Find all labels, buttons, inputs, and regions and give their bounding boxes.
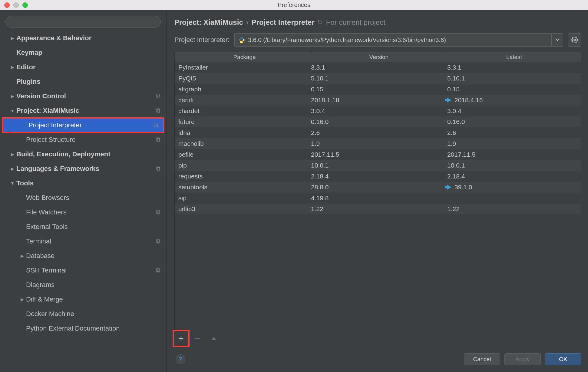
tree-arrow-icon: ▶ <box>8 36 16 41</box>
preferences-sidebar: ▶Appearance & BehaviorKeymap▶EditorPlugi… <box>0 10 167 372</box>
breadcrumb-separator: › <box>246 18 249 27</box>
package-latest: 0.16.0 <box>447 118 465 126</box>
sidebar-item-docker-machine[interactable]: Docker Machine <box>0 307 166 321</box>
sidebar-item-ssh-terminal[interactable]: SSH Terminal <box>0 263 166 278</box>
package-latest: 2.18.4 <box>447 173 465 180</box>
remove-package-button[interactable] <box>191 332 204 345</box>
svg-rect-6 <box>155 124 158 127</box>
sidebar-item-diff-merge[interactable]: ▶Diff & Merge <box>0 292 166 307</box>
sidebar-item-web-browsers[interactable]: Web Browsers <box>0 191 166 205</box>
package-name: urllib3 <box>175 204 311 214</box>
package-latest: 5.10.1 <box>447 75 465 82</box>
interpreter-combobox[interactable]: 3.6.0 (/Library/Frameworks/Python.framew… <box>234 33 563 47</box>
per-project-icon <box>155 238 162 245</box>
package-row[interactable]: setuptools28.8.039.1.0 <box>175 182 581 193</box>
package-latest: 3.0.4 <box>447 107 461 115</box>
packages-table-header: Package Version Latest <box>175 52 581 62</box>
package-row[interactable]: pip10.0.110.0.1 <box>175 160 581 171</box>
package-row[interactable]: chardet3.0.43.0.4 <box>175 106 581 116</box>
tree-arrow-icon: ▶ <box>8 166 16 171</box>
svg-rect-18 <box>319 21 322 24</box>
sidebar-item-label: Tools <box>16 179 162 187</box>
package-row[interactable]: requests2.18.42.18.4 <box>175 171 581 182</box>
sidebar-item-label: Project Interpreter <box>28 121 153 129</box>
package-latest: 0.15 <box>447 86 460 93</box>
sidebar-item-external-tools[interactable]: External Tools <box>0 220 166 234</box>
column-header-package[interactable]: Package <box>175 52 311 62</box>
column-header-latest[interactable]: Latest <box>447 52 581 62</box>
cancel-button[interactable]: Cancel <box>464 353 500 365</box>
sidebar-item-python-external-documentation[interactable]: Python External Documentation <box>0 321 166 336</box>
sidebar-item-label: Database <box>26 252 162 260</box>
sidebar-item-label: File Watchers <box>26 208 155 216</box>
ok-button[interactable]: OK <box>545 353 581 365</box>
per-project-icon <box>155 107 162 114</box>
upgrade-package-button[interactable] <box>207 332 220 345</box>
package-row[interactable]: certifi2018.1.182018.4.16 <box>175 95 581 106</box>
package-row[interactable]: sip4.19.8 <box>175 193 581 204</box>
sidebar-item-tools[interactable]: ▼Tools <box>0 176 166 191</box>
sidebar-item-label: Languages & Frameworks <box>16 165 155 173</box>
sidebar-item-keymap[interactable]: Keymap <box>0 45 166 60</box>
breadcrumb: Project: XiaMiMusic › Project Interprete… <box>167 10 588 31</box>
sidebar-item-terminal[interactable]: Terminal <box>0 234 166 249</box>
help-button[interactable]: ? <box>176 354 185 364</box>
package-row[interactable]: pefile2017.11.52017.11.5 <box>175 149 581 160</box>
sidebar-item-build-execution-deployment[interactable]: ▶Build, Execution, Deployment <box>0 147 166 162</box>
package-row[interactable]: idna2.62.6 <box>175 127 581 138</box>
zoom-window-button[interactable] <box>22 2 28 8</box>
sidebar-item-database[interactable]: ▶Database <box>0 249 166 263</box>
sidebar-item-languages-frameworks[interactable]: ▶Languages & Frameworks <box>0 162 166 176</box>
package-name: pefile <box>175 149 311 160</box>
sidebar-item-label: Python External Documentation <box>26 325 162 332</box>
package-row[interactable]: altgraph0.150.15 <box>175 84 581 95</box>
minimize-window-button[interactable] <box>13 2 19 8</box>
package-version: 0.15 <box>311 84 447 95</box>
sidebar-item-label: Terminal <box>26 237 155 245</box>
package-name: chardet <box>175 106 311 116</box>
package-row[interactable]: macholib1.91.9 <box>175 138 581 149</box>
sidebar-item-file-watchers[interactable]: File Watchers <box>0 205 166 220</box>
sidebar-item-version-control[interactable]: ▶Version Control <box>0 89 166 103</box>
svg-rect-16 <box>157 269 160 272</box>
sidebar-item-project-structure[interactable]: Project Structure <box>0 132 166 147</box>
apply-button[interactable]: Apply <box>504 353 541 365</box>
interpreter-settings-button[interactable] <box>568 33 581 47</box>
sidebar-item-diagrams[interactable]: Diagrams <box>0 278 166 292</box>
sidebar-item-label: Project Structure <box>26 136 155 144</box>
per-project-icon <box>155 165 162 172</box>
sidebar-item-appearance-behavior[interactable]: ▶Appearance & Behavior <box>0 31 166 45</box>
column-header-version[interactable]: Version <box>311 52 447 62</box>
preferences-tree: ▶Appearance & BehaviorKeymap▶EditorPlugi… <box>0 31 166 372</box>
package-row[interactable]: future0.16.00.16.0 <box>175 116 581 127</box>
sidebar-item-project-xiamimusic[interactable]: ▼Project: XiaMiMusic <box>0 103 166 118</box>
package-latest: 3.3.1 <box>447 64 461 71</box>
package-version: 2.6 <box>311 127 447 138</box>
package-row[interactable]: urllib31.221.22 <box>175 204 581 214</box>
tree-arrow-icon: ▶ <box>8 94 16 99</box>
package-row[interactable]: PyInstaller3.3.13.3.1 <box>175 62 581 73</box>
scope-icon <box>318 19 324 25</box>
close-window-button[interactable] <box>4 2 10 8</box>
preferences-search-input[interactable] <box>5 16 161 28</box>
tree-arrow-icon: ▶ <box>18 297 26 302</box>
breadcrumb-scope-hint: For current project <box>326 18 385 27</box>
per-project-icon <box>155 209 162 216</box>
sidebar-item-project-interpreter[interactable]: Project Interpreter <box>2 118 164 132</box>
per-project-icon <box>155 93 162 100</box>
sidebar-item-editor[interactable]: ▶Editor <box>0 60 166 74</box>
sidebar-item-plugins[interactable]: Plugins <box>0 74 166 89</box>
svg-rect-7 <box>154 123 157 126</box>
dialog-button-row: ? Cancel Apply OK <box>167 347 588 372</box>
package-row[interactable]: PyQt55.10.15.10.1 <box>175 73 581 84</box>
svg-rect-11 <box>157 167 159 170</box>
package-name: requests <box>175 171 311 182</box>
svg-rect-9 <box>157 138 159 141</box>
interpreter-label: Project Interpreter: <box>174 36 230 44</box>
tree-arrow-icon: ▶ <box>8 65 16 70</box>
interpreter-dropdown-button[interactable] <box>551 34 563 46</box>
sidebar-item-label: Keymap <box>16 49 162 57</box>
package-latest: 39.1.0 <box>454 184 472 191</box>
svg-rect-19 <box>318 20 321 23</box>
add-package-button[interactable] <box>174 332 188 345</box>
